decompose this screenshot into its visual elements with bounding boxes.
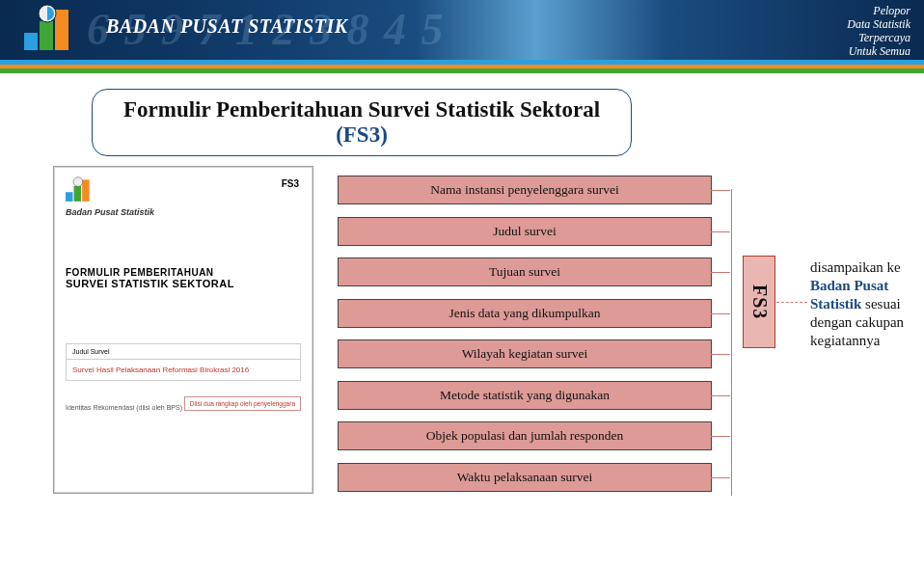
- svg-rect-6: [82, 179, 90, 202]
- preview-title-2: SURVEI STATISTIK SEKTORAL: [66, 278, 301, 289]
- desc-part1: disampaikan ke: [810, 259, 901, 275]
- preview-code: FS3: [282, 178, 299, 189]
- list-item-label: Wilayah kegiatan survei: [462, 346, 588, 361]
- list-item: Metode statistik yang digunakan: [338, 381, 712, 410]
- color-stripes: [0, 60, 924, 73]
- form-preview: Badan Pusat Statistik FS3 FORMULIR PEMBE…: [53, 166, 313, 494]
- tagline-line: Data Statistik: [847, 17, 910, 31]
- svg-rect-0: [24, 33, 38, 50]
- description: disampaikan ke Badan Pusat Statistik ses…: [810, 258, 916, 350]
- svg-rect-1: [40, 21, 53, 50]
- list-item-label: Waktu pelaksanaan survei: [457, 470, 593, 484]
- tagline: Pelopor Data Statistik Terpercaya Untuk …: [847, 4, 910, 58]
- svg-rect-2: [55, 10, 68, 50]
- tagline-line: Pelopor: [847, 4, 910, 17]
- fs3-tab-label: FS3: [748, 284, 771, 319]
- svg-rect-4: [66, 192, 73, 202]
- fs3-tab: FS3: [743, 256, 775, 348]
- list-item-label: Tujuan survei: [489, 264, 560, 279]
- title-prefix: Formulir Pemberitahuan Survei Statistik …: [123, 97, 600, 122]
- list-item: Jenis data yang dikumpulkan: [338, 299, 712, 328]
- list-item-label: Nama instansi penyelenggara survei: [430, 182, 618, 197]
- list-item-label: Metode statistik yang digunakan: [440, 388, 610, 402]
- connector-spine: [731, 189, 732, 496]
- list-item: Waktu pelaksanaan survei: [338, 463, 712, 492]
- preview-foot-right: Diisi dua rangkap oleh penyelenggara: [184, 396, 301, 411]
- list-item: Objek populasi dan jumlah responden: [338, 421, 712, 450]
- org-name: BADAN PUSAT STATISTIK: [106, 15, 348, 38]
- svg-rect-5: [74, 186, 82, 202]
- list-item: Wilayah kegiatan survei: [338, 339, 712, 368]
- preview-foot-left: Identitas Rekomendasi (diisi oleh BPS): [66, 404, 182, 411]
- bps-logo-small-icon: [66, 176, 95, 202]
- list-item-label: Objek populasi dan jumlah responden: [426, 428, 624, 443]
- title-suffix-text: (FS3): [336, 122, 388, 147]
- tagline-line: Terpercaya: [847, 31, 910, 44]
- list-item: Tujuan survei: [338, 257, 712, 286]
- tagline-line: Untuk Semua: [847, 44, 910, 58]
- list-item: Judul survei: [338, 217, 712, 246]
- page-title: Formulir Pemberitahuan Survei Statistik …: [92, 89, 632, 156]
- preview-box-value: Survei Hasil Pelaksanaan Reformasi Birok…: [66, 360, 301, 381]
- connector-dash: [776, 302, 807, 303]
- list-item: Nama instansi penyelenggara survei: [338, 176, 712, 204]
- preview-title-1: FORMULIR PEMBERITAHUAN: [66, 267, 301, 278]
- slide-content: Formulir Pemberitahuan Survei Statistik …: [0, 73, 924, 569]
- preview-footer: Identitas Rekomendasi (diisi oleh BPS) D…: [66, 396, 301, 411]
- preview-org: Badan Pusat Statistik: [66, 207, 301, 217]
- svg-point-7: [73, 177, 83, 187]
- header-banner: 6 5 9 7 1 2 3 8 4 5 BADAN PUSAT STATISTI…: [0, 0, 924, 60]
- preview-box-label: Judul Survei: [66, 343, 301, 360]
- field-list: Nama instansi penyelenggara survei Judul…: [338, 176, 712, 492]
- list-item-label: Judul survei: [493, 224, 557, 238]
- list-item-label: Jenis data yang dikumpulkan: [448, 306, 600, 320]
- bps-logo-icon: [24, 4, 78, 50]
